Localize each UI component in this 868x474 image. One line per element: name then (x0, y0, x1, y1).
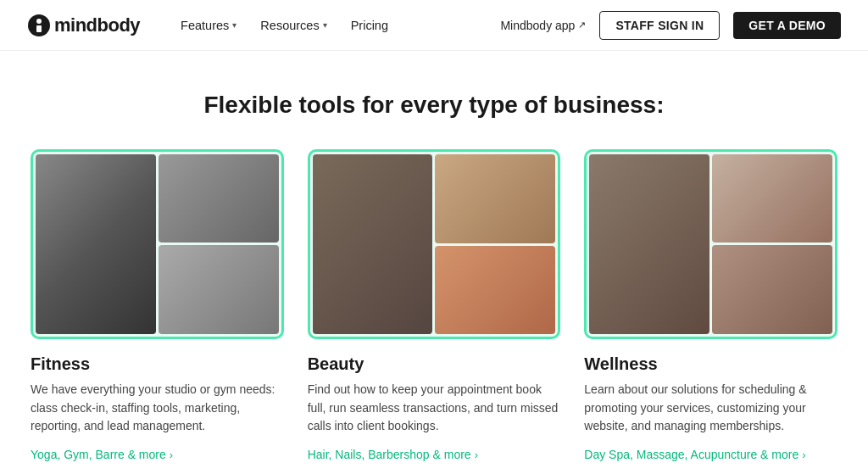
card-wellness: Wellness Learn about our solutions for s… (584, 149, 837, 461)
fitness-image-container (31, 149, 284, 339)
nav-features[interactable]: Features ▾ (181, 19, 236, 32)
wellness-image-2 (712, 154, 832, 243)
mindbody-app-link[interactable]: Mindbody app ↗ (500, 19, 586, 32)
wellness-title: Wellness (584, 354, 837, 374)
arrow-icon: › (170, 449, 173, 461)
wellness-link[interactable]: Day Spa, Massage, Acupuncture & more › (584, 448, 837, 461)
staff-sign-in-button[interactable]: STAFF SIGN IN (599, 11, 720, 40)
fitness-title: Fitness (31, 354, 284, 374)
arrow-icon: › (802, 449, 805, 461)
fitness-image-1 (36, 154, 156, 334)
beauty-desc: Find out how to keep your appointment bo… (308, 381, 561, 436)
chevron-down-icon: ▾ (323, 20, 327, 30)
beauty-link[interactable]: Hair, Nails, Barbershop & more › (308, 448, 561, 461)
card-fitness: Fitness We have everything your studio o… (31, 149, 284, 461)
cards-grid: Fitness We have everything your studio o… (31, 149, 837, 461)
get-demo-button[interactable]: GET A DEMO (733, 12, 841, 39)
wellness-image-container (584, 149, 837, 339)
wellness-desc: Learn about our solutions for scheduling… (584, 381, 837, 436)
beauty-image-1 (313, 154, 433, 334)
fitness-image-2 (159, 154, 279, 243)
svg-rect-2 (36, 25, 42, 32)
external-link-icon: ↗ (578, 20, 586, 31)
beauty-title: Beauty (308, 354, 561, 374)
arrow-icon: › (475, 449, 478, 461)
main-content: Flexible tools for every type of busines… (10, 51, 858, 474)
nav-pricing[interactable]: Pricing (351, 19, 388, 32)
card-beauty: Beauty Find out how to keep your appoint… (308, 149, 561, 461)
beauty-image-2 (435, 154, 555, 243)
nav-right: Mindbody app ↗ STAFF SIGN IN GET A DEMO (500, 11, 841, 40)
beauty-image-container (308, 149, 561, 339)
fitness-link[interactable]: Yoga, Gym, Barre & more › (31, 448, 284, 461)
wellness-image-1 (589, 154, 709, 334)
svg-point-1 (36, 19, 42, 24)
fitness-desc: We have everything your studio or gym ne… (31, 381, 284, 436)
nav-links: Features ▾ Resources ▾ Pricing (181, 19, 473, 32)
logo[interactable]: mindbody (27, 14, 140, 37)
section-title: Flexible tools for every type of busines… (31, 92, 837, 119)
fitness-image-3 (159, 245, 279, 334)
wellness-image-3 (712, 245, 832, 334)
chevron-down-icon: ▾ (232, 20, 236, 30)
nav-resources[interactable]: Resources ▾ (260, 19, 326, 32)
beauty-image-3 (435, 246, 555, 335)
main-navigation: mindbody Features ▾ Resources ▾ Pricing … (0, 0, 868, 51)
